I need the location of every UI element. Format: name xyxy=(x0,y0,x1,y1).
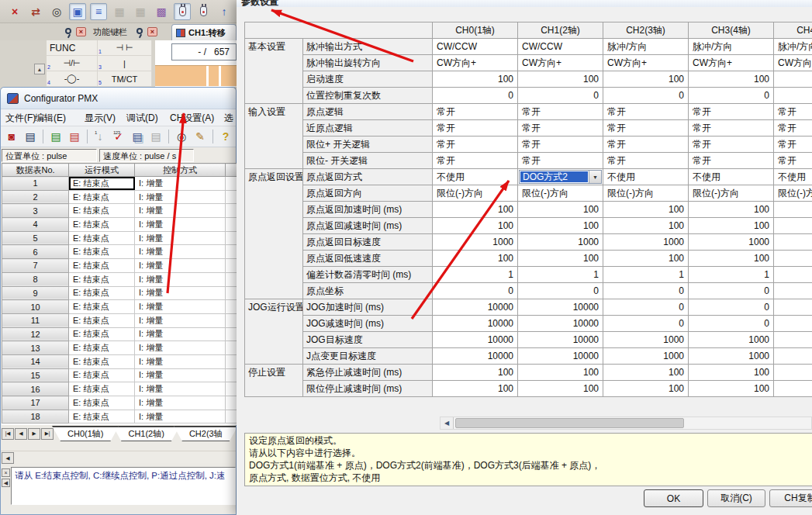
param-value-cell[interactable]: 100 xyxy=(433,71,518,88)
param-value-cell[interactable]: 10000 xyxy=(433,299,518,316)
cancel-button[interactable]: 取消(C) xyxy=(707,489,765,507)
dialog-horizontal-scrollbar[interactable] xyxy=(440,416,812,430)
ok-button[interactable]: OK xyxy=(644,489,703,507)
param-value-cell[interactable]: 100 xyxy=(603,381,689,397)
menu-item-3[interactable]: 显示(V) xyxy=(85,112,116,125)
run-mode-cell[interactable]: E: 结束点 xyxy=(69,368,135,382)
param-value-cell[interactable]: 1000 xyxy=(689,348,774,365)
param-value-cell[interactable]: 1 xyxy=(518,267,603,283)
upload-grid-button[interactable]: ▦ xyxy=(111,3,128,20)
param-value-cell[interactable]: 常开 xyxy=(518,137,603,153)
param-value-cell[interactable]: 10000 xyxy=(518,299,603,316)
row-number-cell[interactable]: 4 xyxy=(2,218,69,232)
param-value-cell[interactable]: 常开 xyxy=(518,153,603,169)
sheet-tab-0[interactable]: CH0(1轴) xyxy=(52,426,119,441)
param-value-cell[interactable]: 0 xyxy=(603,283,689,299)
control-mode-cell[interactable]: I: 增量 xyxy=(135,382,226,396)
control-mode-cell[interactable]: I: 增量 xyxy=(135,272,226,286)
param-value-cell[interactable]: 常开 xyxy=(689,137,774,153)
scroll-up-icon[interactable] xyxy=(34,64,45,74)
run-mode-cell[interactable]: E: 结束点 xyxy=(69,300,135,314)
param-value-cell[interactable]: 常开 xyxy=(603,120,689,137)
row-number-cell[interactable]: 10 xyxy=(2,300,69,314)
download-button[interactable]: ↓1 xyxy=(92,129,108,144)
param-value-cell[interactable]: 0 xyxy=(603,299,689,316)
param-value-cell[interactable]: 100 xyxy=(433,202,518,218)
run-mode-cell[interactable]: E: 结束点 xyxy=(69,410,135,423)
run-mode-cell[interactable]: E: 结束点 xyxy=(69,245,135,259)
param-value-cell[interactable]: 0 xyxy=(433,88,518,104)
param-value-cell[interactable]: 0 xyxy=(518,88,603,104)
func-key-cell[interactable]: 1⊣ ⊢ xyxy=(98,40,152,56)
param-value-cell[interactable]: 100 xyxy=(603,251,689,267)
zoom-grid-button[interactable]: ▩ xyxy=(153,3,170,20)
copy-button[interactable]: ▤ xyxy=(130,129,145,144)
param-value-cell[interactable]: 1000 xyxy=(518,234,603,251)
export-button[interactable]: ▤ xyxy=(67,129,82,144)
plug-offline-button[interactable] xyxy=(195,3,212,20)
row-number-cell[interactable]: 11 xyxy=(2,313,69,327)
param-value-cell[interactable]: 限位(-)方向 xyxy=(774,185,812,202)
menu-item-4[interactable]: 调试(D) xyxy=(126,112,158,125)
control-mode-cell[interactable]: I: 增量 xyxy=(135,341,226,355)
param-value-cell[interactable]: 1000 xyxy=(603,332,689,348)
control-mode-cell[interactable]: I: 增量 xyxy=(135,204,226,218)
scroll-left-icon[interactable]: ◀ xyxy=(2,452,14,464)
param-value-cell[interactable]: 限位(-)方向 xyxy=(433,185,518,202)
scroll-left-icon[interactable] xyxy=(2,479,10,487)
dropdown-arrow-icon[interactable] xyxy=(589,171,601,183)
param-value-cell[interactable]: 常开 xyxy=(689,153,774,169)
close-icon[interactable] xyxy=(76,27,86,36)
param-value-cell[interactable]: 100 xyxy=(689,218,774,234)
param-value-cell[interactable]: CW方向+ xyxy=(603,55,689,71)
param-value-cell[interactable]: 10000 xyxy=(433,332,518,348)
param-value-cell[interactable]: 不使用 xyxy=(774,169,812,185)
param-value-cell[interactable] xyxy=(774,218,812,234)
param-value-cell[interactable]: 不使用 xyxy=(433,169,518,185)
param-value-cell[interactable] xyxy=(774,234,812,251)
row-number-cell[interactable]: 1 xyxy=(2,177,69,191)
param-value-cell[interactable] xyxy=(774,71,812,88)
param-value-cell[interactable]: 常开 xyxy=(518,120,603,137)
run-mode-cell[interactable]: E: 结束点 xyxy=(69,396,135,410)
param-value-cell[interactable]: 100 xyxy=(433,365,518,381)
param-value-cell[interactable]: 1 xyxy=(433,267,518,283)
param-value-cell[interactable]: 不使用 xyxy=(603,169,689,185)
close-icon[interactable] xyxy=(2,468,10,477)
param-value-cell[interactable]: 100 xyxy=(518,365,603,381)
param-value-cell[interactable]: 常开 xyxy=(689,104,774,120)
param-value-cell[interactable]: 常开 xyxy=(433,153,518,169)
param-value-cell[interactable]: 100 xyxy=(518,251,603,267)
control-mode-cell[interactable]: I: 增量 xyxy=(135,218,226,232)
monitor-upload-button[interactable]: ↑ xyxy=(216,3,233,20)
delete-button[interactable]: × xyxy=(6,3,23,20)
run-mode-cell[interactable]: E: 结束点 xyxy=(69,204,135,218)
param-value-cell[interactable]: 不使用 xyxy=(689,169,774,185)
verify-button[interactable]: ✓123 xyxy=(111,129,126,144)
param-value-cell[interactable] xyxy=(774,348,812,365)
param-value-cell[interactable]: 1000 xyxy=(433,234,518,251)
run-mode-cell[interactable]: E: 结束点 xyxy=(69,190,135,204)
param-value-cell[interactable] xyxy=(774,88,812,104)
param-value-cell[interactable]: 100 xyxy=(689,202,774,218)
prev-tab-button[interactable]: ◀ xyxy=(15,428,27,440)
param-value-cell[interactable]: CW/CCW xyxy=(518,39,603,55)
trace-button[interactable]: ⇄ xyxy=(27,3,44,20)
monitor-run-button[interactable]: ◙ xyxy=(4,129,19,144)
param-value-cell[interactable]: 1000 xyxy=(603,234,689,251)
row-number-cell[interactable]: 3 xyxy=(2,204,69,218)
param-value-cell[interactable]: 常开 xyxy=(774,104,812,120)
param-value-cell[interactable]: 1000 xyxy=(689,234,774,251)
param-value-cell[interactable]: 常开 xyxy=(518,104,603,120)
param-value-cell[interactable]: 100 xyxy=(433,218,518,234)
cascade-windows-button[interactable]: ▣ xyxy=(69,3,86,20)
paste-button[interactable]: ▤ xyxy=(148,129,164,144)
param-value-cell[interactable]: 0 xyxy=(689,283,774,299)
control-mode-cell[interactable]: I: 增量 xyxy=(135,327,226,341)
scrollbar-thumb[interactable] xyxy=(455,418,684,428)
help-button[interactable]: ? xyxy=(218,129,233,144)
param-value-cell[interactable] xyxy=(774,283,812,299)
param-value-cell[interactable]: 0 xyxy=(603,316,689,332)
param-value-cell[interactable]: 100 xyxy=(433,381,518,397)
row-number-cell[interactable]: 2 xyxy=(2,190,69,204)
